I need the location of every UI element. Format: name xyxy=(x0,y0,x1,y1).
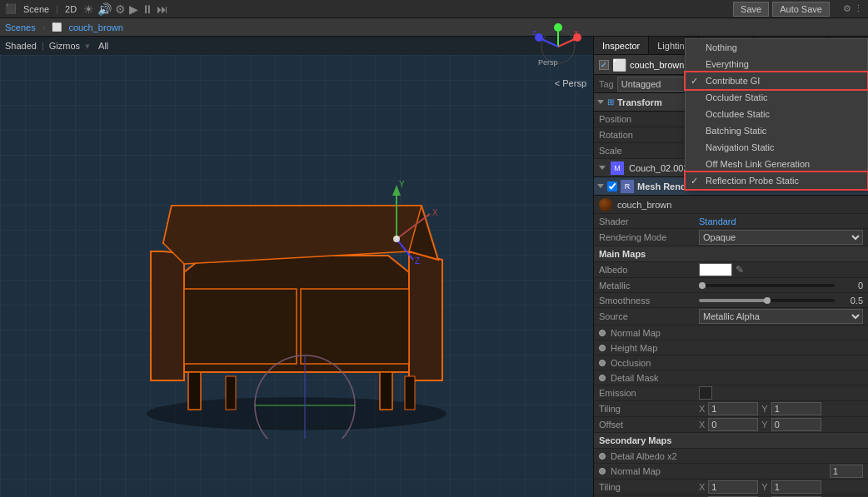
dropdown-item-reflection-probe[interactable]: Reflection Probe Static xyxy=(686,172,867,189)
albedo-label: Albedo xyxy=(599,265,699,275)
dropdown-contribute-gi-label: Contribute GI xyxy=(706,76,760,86)
top-separator-1: | xyxy=(56,4,58,14)
object-enabled-checkbox[interactable] xyxy=(599,60,609,70)
albedo-row: Albedo ✎ xyxy=(594,262,868,278)
save-area: Save Auto Save xyxy=(733,2,830,17)
rotation-label: Rotation xyxy=(599,130,699,140)
source-row: Source Metallic Alpha Albedo Alpha xyxy=(594,308,868,326)
metallic-slider[interactable] xyxy=(699,284,835,287)
transform-icon: ⊞ xyxy=(607,97,614,107)
tiling-x-label: X xyxy=(699,404,705,414)
smoothness-value: 0.5 xyxy=(699,296,863,306)
emission-checkbox[interactable] xyxy=(699,386,712,400)
metallic-label: Metallic xyxy=(599,281,699,291)
tag-label: Tag xyxy=(599,79,614,89)
dropdown-occluder-static-label: Occluder Static xyxy=(706,92,768,102)
dropdown-item-occluder-static[interactable]: Occluder Static xyxy=(686,89,867,106)
sec-tiling-x[interactable] xyxy=(708,480,758,494)
source-label: Source xyxy=(599,311,699,321)
material-row: couch_brown xyxy=(594,196,868,214)
mesh-renderer-enabled[interactable] xyxy=(607,181,617,191)
shaded-dropdown[interactable]: Shaded xyxy=(5,41,37,51)
tiling-y-input[interactable] xyxy=(771,402,821,415)
source-select[interactable]: Metallic Alpha Albedo Alpha xyxy=(699,309,863,324)
dropdown-nothing-label: Nothing xyxy=(706,42,737,52)
svg-text:X: X xyxy=(432,208,438,217)
couch-svg: Y X Z xyxy=(97,122,496,439)
svg-text:Y: Y xyxy=(399,180,405,189)
dropdown-reflection-probe-label: Reflection Probe Static xyxy=(706,176,799,186)
auto-save-button[interactable]: Auto Save xyxy=(772,2,830,17)
detail-normal-label: Normal Map xyxy=(599,466,699,476)
main-offset-value: X Y xyxy=(699,418,863,431)
scenes-breadcrumb[interactable]: Scenes xyxy=(5,22,36,32)
scale-label: Scale xyxy=(599,146,699,156)
metallic-num: 0 xyxy=(838,281,863,291)
offset-y-label: Y xyxy=(761,420,767,430)
metallic-value: 0 xyxy=(699,281,863,291)
tab-inspector[interactable]: Inspector xyxy=(594,37,649,54)
dropdown-item-batching-static[interactable]: Batching Static xyxy=(686,122,867,139)
scene-label[interactable]: Scene xyxy=(23,4,49,14)
rendering-mode-value: Opaque Transparent Cutout xyxy=(699,230,863,245)
normal-map-label: Normal Map xyxy=(599,328,699,338)
dropdown-item-occludee-static[interactable]: Occludee Static xyxy=(686,106,867,122)
sec-tiling-row: Tiling X Y xyxy=(594,480,868,495)
detail-normal-input[interactable] xyxy=(830,465,863,478)
albedo-value: ✎ xyxy=(699,263,863,276)
svg-text:X: X xyxy=(574,29,579,37)
top-bar: ⬛ Scene | 2D ☀ 🔊 ⚙ ▶ ⏸ ⏭ Save Auto Save … xyxy=(0,0,868,18)
nav-gizmo-area: X Y Z Persp xyxy=(525,23,591,73)
mode-2d[interactable]: 2D xyxy=(65,4,77,14)
save-button[interactable]: Save xyxy=(733,2,769,17)
svg-rect-3 xyxy=(380,372,392,410)
rendering-mode-label: Rendering Mode xyxy=(599,232,699,242)
detail-normal-value xyxy=(699,465,863,478)
emission-row: Emission xyxy=(594,385,868,401)
shader-value-text[interactable]: Standard xyxy=(699,216,736,226)
gizmos-btn[interactable]: Gizmos xyxy=(49,41,80,51)
albedo-color-swatch[interactable] xyxy=(699,263,732,276)
dropdown-item-contribute-gi[interactable]: Contribute GI xyxy=(686,72,867,89)
nav-gizmo-svg: X Y Z Persp xyxy=(525,23,591,69)
main-tiling-row: Tiling X Y xyxy=(594,401,868,417)
dropdown-navigation-static-label: Navigation Static xyxy=(706,142,775,152)
couch-display: Y X Z xyxy=(50,80,543,480)
material-name[interactable]: couch_brown xyxy=(617,200,671,210)
offset-x-input[interactable] xyxy=(708,418,758,431)
object-cube-icon: ⬜ xyxy=(612,58,626,72)
object-breadcrumb[interactable]: couch_brown xyxy=(68,22,122,32)
main-offset-label: Offset xyxy=(599,420,699,430)
sec-tiling-y[interactable] xyxy=(771,480,821,494)
svg-text:Z: Z xyxy=(532,29,536,37)
smoothness-row: Smoothness 0.5 xyxy=(594,293,868,308)
all-btn[interactable]: All xyxy=(98,41,108,51)
dropdown-item-everything[interactable]: Everything xyxy=(686,56,867,72)
dropdown-item-nothing[interactable]: Nothing xyxy=(686,39,867,56)
rendering-mode-select[interactable]: Opaque Transparent Cutout xyxy=(699,230,863,245)
secondary-maps-label: Secondary Maps xyxy=(594,433,868,449)
tiling-x-input[interactable] xyxy=(708,402,758,415)
position-label: Position xyxy=(599,114,699,124)
viewport: Shaded | Gizmos ▾ All xyxy=(0,37,593,497)
occlusion-label: Occlusion xyxy=(599,358,699,368)
offset-y-input[interactable] xyxy=(771,418,821,431)
scene-icon: ⬛ xyxy=(5,3,17,14)
eyedropper-icon[interactable]: ✎ xyxy=(736,264,744,276)
detail-albedo-row: Detail Albedo x2 xyxy=(594,449,868,464)
tiling-y-label: Y xyxy=(761,404,767,414)
dropdown-occludee-static-label: Occludee Static xyxy=(706,109,770,119)
sec-tiling-value: X Y xyxy=(699,480,863,494)
dropdown-item-off-mesh-link[interactable]: Off Mesh Link Generation xyxy=(686,156,867,172)
main-tiling-label: Tiling xyxy=(599,404,699,414)
smoothness-slider[interactable] xyxy=(699,299,835,302)
dropdown-item-navigation-static[interactable]: Navigation Static xyxy=(686,139,867,156)
rendering-mode-row: Rendering Mode Opaque Transparent Cutout xyxy=(594,229,868,246)
occlusion-row: Occlusion xyxy=(594,355,868,370)
material-icon xyxy=(599,198,612,211)
top-icons: ☀ 🔊 ⚙ ▶ ⏸ ⏭ xyxy=(83,2,167,16)
main-maps-label: Main Maps xyxy=(594,246,868,262)
vp-separator: | xyxy=(42,41,44,51)
breadcrumb-sep: › xyxy=(42,22,46,32)
dropdown-off-mesh-link-label: Off Mesh Link Generation xyxy=(706,159,810,169)
